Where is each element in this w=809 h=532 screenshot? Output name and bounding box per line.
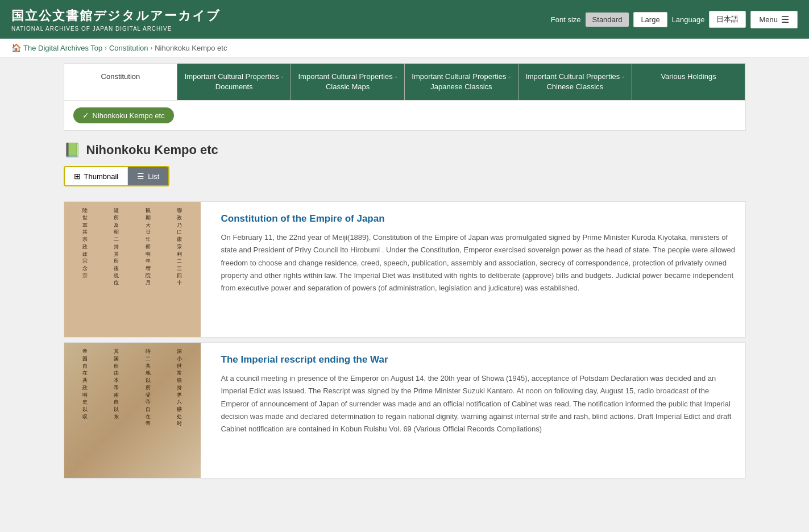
- tab-documents-label: Important Cultural Properties - Document…: [185, 72, 284, 91]
- item-2-title[interactable]: The Imperial rescript ending the War: [221, 354, 736, 365]
- book-icon: 📗: [64, 142, 81, 158]
- tab-constitution-label: Constitution: [101, 72, 140, 81]
- language-label: Language: [672, 15, 705, 24]
- tab-various-holdings-label: Various Holdings: [661, 72, 716, 81]
- thumbnail-view-button[interactable]: ⊞ Thumbnail: [65, 167, 128, 185]
- list-item: 深 小 世 常 联 持 界 八 膳 处 时 時 二: [64, 342, 746, 479]
- logo-main-text: 国立公文書館デジタルアーカイブ: [11, 7, 221, 24]
- tab-various-holdings[interactable]: Various Holdings: [632, 64, 745, 100]
- list-view-button[interactable]: ☰ List: [128, 167, 168, 185]
- list-icon: ☰: [137, 172, 144, 181]
- header-controls: Font size Standard Large Language 日本語 Me…: [551, 11, 798, 28]
- list-label: List: [148, 172, 159, 181]
- breadcrumb: 🏠 The Digital Archives Top › Constitutio…: [0, 39, 809, 57]
- results-list: 聯 政 乃 に 康 宗 利 二 三 四 十 観 期: [64, 196, 746, 489]
- active-pill-section: ✓ Nihonkoku Kempo etc: [64, 100, 745, 130]
- active-pill-label: Nihonkoku Kempo etc: [93, 111, 165, 120]
- hamburger-icon: ☰: [781, 14, 789, 25]
- tab-chinese-classics-label: Important Cultural Properties - Chinese …: [525, 72, 624, 91]
- item-1-content: Constitution of the Empire of Japan On F…: [212, 202, 745, 337]
- tab-documents[interactable]: Important Cultural Properties - Document…: [177, 64, 291, 100]
- tab-chinese-classics[interactable]: Important Cultural Properties - Chinese …: [518, 64, 632, 100]
- list-item: 聯 政 乃 に 康 宗 利 二 三 四 十 観 期: [64, 201, 746, 338]
- item-1-description: On February 11, the 22nd year of Meiji(1…: [221, 231, 736, 294]
- doc-image-2: 深 小 世 常 联 持 界 八 膳 处 时 時 二: [64, 343, 201, 478]
- menu-button[interactable]: Menu ☰: [750, 11, 798, 28]
- tabs-row: Constitution Important Cultural Properti…: [64, 64, 745, 100]
- item-2-image: 深 小 世 常 联 持 界 八 膳 处 时 時 二: [64, 343, 201, 478]
- doc-image-1: 聯 政 乃 に 康 宗 利 二 三 四 十 観 期: [64, 202, 201, 337]
- breadcrumb-sep-1: ›: [105, 44, 107, 51]
- breadcrumb-current: Nihonkoku Kempo etc: [155, 44, 227, 52]
- item-2-description: At a council meeting in presence of the …: [221, 372, 736, 435]
- item-1-image: 聯 政 乃 に 康 宗 利 二 三 四 十 観 期: [64, 202, 201, 337]
- breadcrumb-home-link[interactable]: The Digital Archives Top: [23, 44, 102, 52]
- site-logo: 国立公文書館デジタルアーカイブ NATIONAL ARCHIVES OF JAP…: [11, 7, 221, 32]
- section-header: 📗 Nihonkoku Kempo etc: [64, 142, 746, 158]
- language-button[interactable]: 日本語: [709, 11, 746, 28]
- site-header: 国立公文書館デジタルアーカイブ NATIONAL ARCHIVES OF JAP…: [0, 0, 809, 39]
- thumbnail-icon: ⊞: [74, 172, 81, 181]
- active-pill[interactable]: ✓ Nihonkoku Kempo etc: [73, 107, 174, 123]
- logo-sub-text: NATIONAL ARCHIVES OF JAPAN DIGITAL ARCHI…: [11, 26, 221, 32]
- check-icon: ✓: [82, 111, 89, 120]
- tab-constitution[interactable]: Constitution: [64, 64, 178, 100]
- thumbnail-label: Thumbnail: [84, 172, 119, 181]
- font-large-button[interactable]: Large: [633, 12, 667, 27]
- breadcrumb-constitution-link[interactable]: Constitution: [109, 44, 148, 52]
- tab-japanese-classics[interactable]: Important Cultural Properties - Japanese…: [405, 64, 518, 100]
- menu-label: Menu: [759, 15, 778, 24]
- tabs-section: Constitution Important Cultural Properti…: [64, 63, 746, 131]
- view-toggles: ⊞ Thumbnail ☰ List: [64, 166, 170, 186]
- tab-classic-maps-label: Important Cultural Properties - Classic …: [298, 72, 397, 91]
- font-size-label: Font size: [551, 15, 581, 24]
- tab-japanese-classics-label: Important Cultural Properties - Japanese…: [412, 72, 511, 91]
- tab-classic-maps[interactable]: Important Cultural Properties - Classic …: [291, 64, 405, 100]
- home-icon: 🏠: [11, 43, 21, 52]
- section-title: Nihonkoku Kempo etc: [86, 143, 218, 157]
- breadcrumb-sep-2: ›: [151, 44, 153, 51]
- font-standard-button[interactable]: Standard: [586, 13, 629, 27]
- item-2-content: The Imperial rescript ending the War At …: [212, 343, 745, 478]
- item-1-title[interactable]: Constitution of the Empire of Japan: [221, 213, 736, 225]
